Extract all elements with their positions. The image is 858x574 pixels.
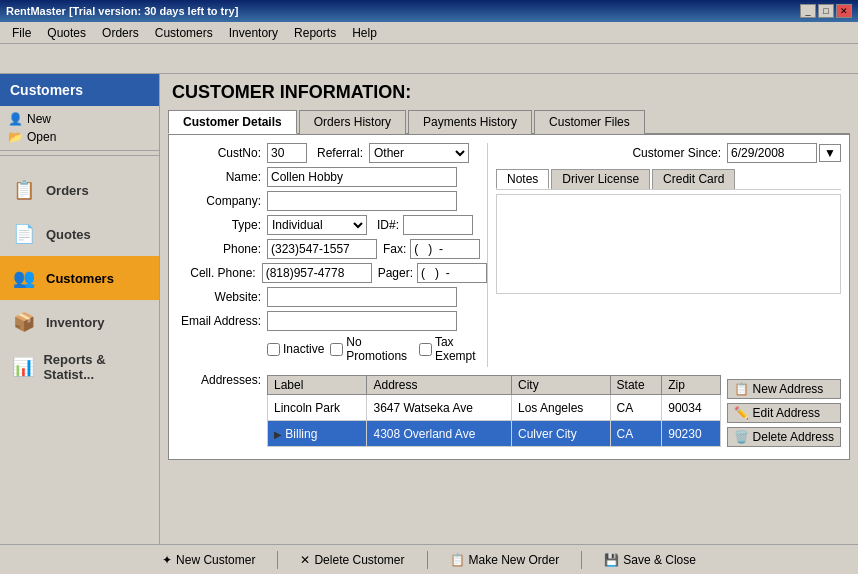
cust-no-input[interactable] xyxy=(267,143,307,163)
pager-input[interactable] xyxy=(417,263,487,283)
menu-customers[interactable]: Customers xyxy=(147,24,221,42)
name-label: Name: xyxy=(177,170,267,184)
customers-icon: 👥 xyxy=(10,264,38,292)
addr-state: CA xyxy=(610,421,662,447)
tax-exempt-label: Tax Exempt xyxy=(435,335,487,363)
company-label: Company: xyxy=(177,194,267,208)
tab-customer-files[interactable]: Customer Files xyxy=(534,110,645,134)
delete-address-icon: 🗑️ xyxy=(734,430,749,444)
toolbar xyxy=(0,44,858,74)
tab-notes[interactable]: Notes xyxy=(496,169,549,189)
checkboxes-row: Inactive No Promotions Tax Exempt xyxy=(177,335,487,363)
tax-exempt-checkbox[interactable] xyxy=(419,343,432,356)
addr-address: 3647 Watseka Ave xyxy=(367,395,512,421)
edit-address-button[interactable]: ✏️ Edit Address xyxy=(727,403,841,423)
close-button[interactable]: ✕ xyxy=(836,4,852,18)
delete-customer-icon: ✕ xyxy=(300,553,310,567)
status-bar: ✦ New Customer ✕ Delete Customer 📋 Make … xyxy=(0,544,858,574)
menu-orders[interactable]: Orders xyxy=(94,24,147,42)
no-promotions-checkbox[interactable] xyxy=(330,343,343,356)
customer-since-dropdown[interactable]: ▼ xyxy=(819,144,841,162)
form-panel: CustNo: Referral: Other Name: xyxy=(168,134,850,460)
sidebar-header: Customers xyxy=(0,74,159,106)
sidebar-item-quotes[interactable]: 📄 Quotes xyxy=(0,212,159,256)
tab-orders-history[interactable]: Orders History xyxy=(299,110,406,134)
maximize-button[interactable]: □ xyxy=(818,4,834,18)
addr-zip: 90034 xyxy=(662,395,720,421)
page-title: CUSTOMER INFORMATION: xyxy=(168,82,850,103)
phone-label: Phone: xyxy=(177,242,267,256)
new-label: New xyxy=(27,112,51,126)
delete-customer-button[interactable]: ✕ Delete Customer xyxy=(294,551,410,569)
sidebar: Customers 👤 New 📂 Open 📋 Orders 📄 Quotes xyxy=(0,74,160,544)
new-customer-icon: ✦ xyxy=(162,553,172,567)
addr-zip: 90230 xyxy=(662,421,720,447)
sidebar-new-link[interactable]: 👤 New xyxy=(0,110,159,128)
new-icon: 👤 xyxy=(8,112,23,126)
sidebar-item-reports[interactable]: 📊 Reports & Statist... xyxy=(0,344,159,390)
customer-since-input[interactable] xyxy=(727,143,817,163)
inactive-checkbox[interactable] xyxy=(267,343,280,356)
table-row[interactable]: ▶ Billing 4308 Overland Ave Culver City … xyxy=(268,421,721,447)
addresses-label: Addresses: xyxy=(177,371,267,387)
menu-file[interactable]: File xyxy=(4,24,39,42)
inventory-icon: 📦 xyxy=(10,308,38,336)
make-new-order-label: Make New Order xyxy=(469,553,560,567)
form-upper: CustNo: Referral: Other Name: xyxy=(177,143,841,367)
tab-customer-details[interactable]: Customer Details xyxy=(168,110,297,134)
sidebar-orders-label: Orders xyxy=(46,183,89,198)
title-bar: RentMaster [Trial version: 30 days left … xyxy=(0,0,858,22)
fax-input[interactable] xyxy=(410,239,480,259)
reports-icon: 📊 xyxy=(10,353,35,381)
sidebar-item-inventory[interactable]: 📦 Inventory xyxy=(0,300,159,344)
phone-input[interactable] xyxy=(267,239,377,259)
customer-since-row: Customer Since: ▼ xyxy=(496,143,841,163)
form-right: Customer Since: ▼ Notes Driver License C… xyxy=(487,143,841,367)
addresses-row: Addresses: Label Address City State Zip xyxy=(177,371,841,447)
addresses-section: Label Address City State Zip Lincoln Par… xyxy=(267,375,841,447)
make-new-order-icon: 📋 xyxy=(450,553,465,567)
make-new-order-button[interactable]: 📋 Make New Order xyxy=(444,551,566,569)
delete-address-button[interactable]: 🗑️ Delete Address xyxy=(727,427,841,447)
website-input[interactable] xyxy=(267,287,457,307)
tab-payments-history[interactable]: Payments History xyxy=(408,110,532,134)
status-divider-2 xyxy=(427,551,428,569)
addr-label: Lincoln Park xyxy=(268,395,367,421)
menu-help[interactable]: Help xyxy=(344,24,385,42)
type-select[interactable]: Individual xyxy=(267,215,367,235)
notes-area[interactable] xyxy=(496,194,841,294)
inactive-label: Inactive xyxy=(283,342,324,356)
pager-label: Pager: xyxy=(372,266,417,280)
menu-quotes[interactable]: Quotes xyxy=(39,24,94,42)
id-input[interactable] xyxy=(403,215,473,235)
cell-phone-input[interactable] xyxy=(262,263,372,283)
company-input[interactable] xyxy=(267,191,457,211)
fax-label: Fax: xyxy=(377,242,410,256)
sidebar-reports-label: Reports & Statist... xyxy=(43,352,149,382)
status-divider-1 xyxy=(277,551,278,569)
customer-since-label: Customer Since: xyxy=(632,146,727,160)
open-label: Open xyxy=(27,130,56,144)
new-address-button[interactable]: 📋 New Address xyxy=(727,379,841,399)
minimize-button[interactable]: _ xyxy=(800,4,816,18)
no-promotions-checkbox-label: No Promotions xyxy=(330,335,413,363)
save-close-button[interactable]: 💾 Save & Close xyxy=(598,551,702,569)
content-area: CUSTOMER INFORMATION: Customer Details O… xyxy=(160,74,858,544)
sidebar-open-link[interactable]: 📂 Open xyxy=(0,128,159,146)
menu-bar: File Quotes Orders Customers Inventory R… xyxy=(0,22,858,44)
referral-select[interactable]: Other xyxy=(369,143,469,163)
name-input[interactable] xyxy=(267,167,457,187)
save-close-icon: 💾 xyxy=(604,553,619,567)
table-row[interactable]: Lincoln Park 3647 Watseka Ave Los Angele… xyxy=(268,395,721,421)
tab-driver-license[interactable]: Driver License xyxy=(551,169,650,189)
tab-credit-card[interactable]: Credit Card xyxy=(652,169,735,189)
new-address-label: New Address xyxy=(753,382,824,396)
menu-inventory[interactable]: Inventory xyxy=(221,24,286,42)
sidebar-quotes-label: Quotes xyxy=(46,227,91,242)
sidebar-item-customers[interactable]: 👥 Customers xyxy=(0,256,159,300)
new-customer-button[interactable]: ✦ New Customer xyxy=(156,551,261,569)
inactive-checkbox-label: Inactive xyxy=(267,342,324,356)
email-input[interactable] xyxy=(267,311,457,331)
sidebar-item-orders[interactable]: 📋 Orders xyxy=(0,168,159,212)
menu-reports[interactable]: Reports xyxy=(286,24,344,42)
